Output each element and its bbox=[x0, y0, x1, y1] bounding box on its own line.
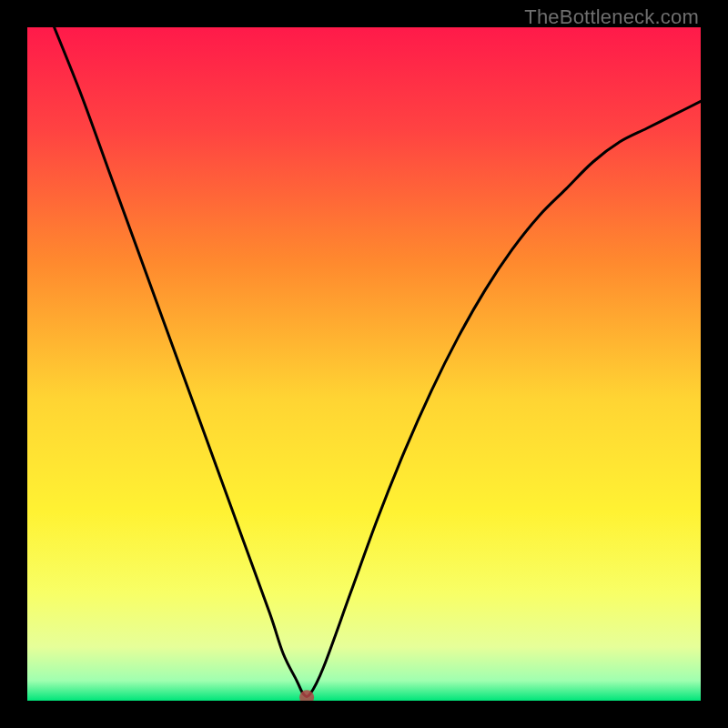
plot-area bbox=[27, 27, 701, 701]
bottleneck-curve bbox=[27, 27, 701, 701]
watermark-text: TheBottleneck.com bbox=[524, 5, 699, 29]
chart-frame: TheBottleneck.com bbox=[0, 0, 728, 728]
